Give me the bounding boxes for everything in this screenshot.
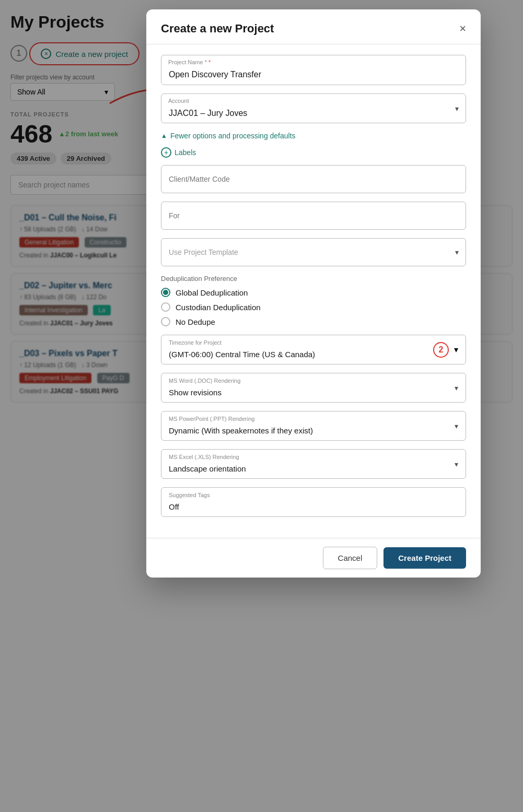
modal-title: Create a new Project [161, 22, 274, 36]
template-group: Use Project Template ▾ [161, 238, 466, 266]
ms-ppt-arrow-icon: ▾ [455, 422, 458, 430]
project-name-input[interactable] [161, 55, 466, 85]
modal-close-button[interactable]: × [459, 23, 466, 34]
timezone-wrapper[interactable]: Timezone for Project (GMT-06:00) Central… [161, 335, 466, 364]
labels-button[interactable]: + Labels [161, 147, 196, 158]
radio-no-dedupe-label: No Dedupe [176, 317, 215, 326]
template-select[interactable]: Use Project Template [161, 238, 466, 266]
fewer-options-link[interactable]: ▲ Fewer options and processing defaults [161, 132, 466, 140]
plus-circle-icon: + [161, 147, 171, 158]
create-project-button[interactable]: Create Project [383, 547, 466, 569]
chevron-up-icon: ▲ [161, 132, 167, 139]
ms-word-label: MS Word (.DOC) Rendering [169, 378, 240, 384]
suggested-tags-group: Suggested Tags Off [161, 487, 466, 517]
project-name-group: Project Name * [161, 55, 466, 85]
radio-custodian-dedup[interactable]: Custodian Deduplication [161, 302, 466, 312]
modal-footer: Cancel Create Project [146, 538, 481, 578]
ms-excel-arrow-icon: ▾ [455, 460, 458, 468]
ms-excel-rendering-group[interactable]: MS Excel (.XLS) Rendering Landscape orie… [161, 449, 466, 479]
timezone-right-controls: 2 ▾ [433, 342, 458, 358]
for-input[interactable] [161, 202, 466, 230]
ms-word-rendering-group[interactable]: MS Word (.DOC) Rendering Show revisions … [161, 373, 466, 403]
ms-excel-label: MS Excel (.XLS) Rendering [169, 454, 239, 460]
ms-ppt-rendering-group[interactable]: MS PowerPoint (.PPT) Rendering Dynamic (… [161, 411, 466, 441]
suggested-tags-label: Suggested Tags [169, 492, 210, 498]
account-select[interactable]: JJAC01 – Jury Joves [161, 93, 466, 123]
timezone-arrow-icon: ▾ [454, 345, 458, 355]
cancel-button[interactable]: Cancel [323, 547, 378, 569]
dedup-radio-group: Global Deduplication Custodian Deduplica… [161, 288, 466, 326]
deduplication-section: Deduplication Preference Global Deduplic… [161, 275, 466, 326]
timezone-label: Timezone for Project [169, 339, 222, 346]
radio-no-dedupe[interactable]: No Dedupe [161, 317, 466, 326]
ms-ppt-label: MS PowerPoint (.PPT) Rendering [169, 416, 254, 422]
dedup-label: Deduplication Preference [161, 275, 466, 283]
radio-global-dedup[interactable]: Global Deduplication [161, 288, 466, 297]
radio-custodian-dedup-label: Custodian Deduplication [176, 303, 261, 312]
client-matter-group [161, 165, 466, 193]
client-matter-input[interactable] [161, 165, 466, 193]
step2-badge: 2 [433, 342, 449, 358]
radio-custodian-dedup-circle [161, 302, 170, 312]
account-group: Account JJAC01 – Jury Joves ▾ [161, 93, 466, 123]
suggested-tags-wrapper[interactable]: Suggested Tags Off [161, 487, 466, 517]
radio-global-dedup-label: Global Deduplication [176, 288, 248, 297]
radio-global-dedup-circle [161, 288, 170, 297]
timezone-group: Timezone for Project (GMT-06:00) Central… [161, 335, 466, 364]
ms-word-arrow-icon: ▾ [455, 384, 458, 392]
radio-no-dedupe-circle [161, 317, 170, 326]
modal-body: Project Name * Account JJAC01 – Jury Jov… [146, 44, 481, 538]
create-project-modal: Create a new Project × Project Name * Ac… [146, 9, 481, 578]
for-group [161, 202, 466, 230]
modal-header: Create a new Project × [146, 9, 481, 44]
